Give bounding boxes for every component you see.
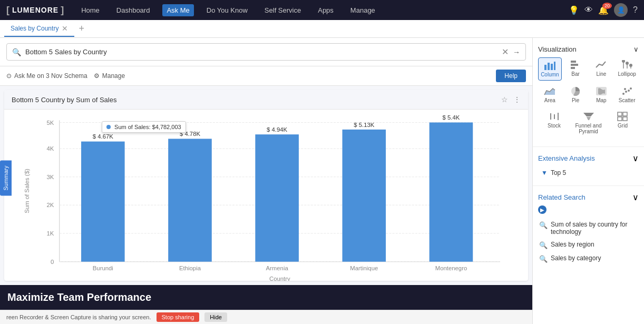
analysis-top5[interactable]: ▼ Top 5 (538, 166, 639, 179)
bar-chart: 0 1K 2K 3K 4K 5K Sum of Sales ($) (12, 115, 521, 281)
extensive-analysis-collapse-icon[interactable]: ∨ (632, 153, 639, 163)
related-item-0[interactable]: 🔍 Sum of sales by country for technology (538, 218, 639, 238)
bar-ethiopia[interactable] (168, 139, 212, 261)
search-clear-icon[interactable]: ✕ (502, 47, 509, 57)
viz-line-label: Line (596, 71, 606, 77)
search-arrow-icon[interactable]: → (513, 48, 520, 56)
nav-manage[interactable]: Manage (346, 4, 379, 16)
lightbulb-icon[interactable]: 💡 (569, 5, 579, 15)
viz-pie[interactable]: Pie (564, 84, 588, 106)
tab-add-button[interactable]: + (74, 23, 89, 34)
viz-funnel-pyramid[interactable]: Funnel and Pyramid (572, 109, 604, 137)
svg-rect-29 (554, 62, 555, 70)
svg-text:Burundi: Burundi (93, 265, 113, 271)
svg-point-38 (629, 64, 632, 67)
visualization-collapse-icon[interactable]: ∨ (633, 45, 639, 53)
hide-button[interactable]: Hide (204, 312, 227, 322)
stop-sharing-button[interactable]: Stop sharing (157, 312, 200, 322)
avatar[interactable]: 👤 (614, 3, 628, 17)
chart-header: Bottom 5 Country by Sum of Sales ☆ ⋮ (4, 90, 528, 110)
bar-armenia[interactable] (255, 134, 299, 262)
star-icon[interactable]: ☆ (501, 95, 508, 104)
manage-label: Manage (102, 72, 125, 80)
svg-text:Country: Country (269, 276, 290, 281)
svg-point-46 (624, 88, 626, 90)
related-search-icon-1: 🔍 (539, 241, 548, 249)
related-arrow-dot: ▶ (538, 205, 547, 214)
svg-point-42 (622, 93, 625, 95)
logo[interactable]: [ LUMENORE ] (6, 5, 64, 16)
logo-text: LUMENORE (12, 6, 58, 14)
summary-tab[interactable]: Summary (0, 161, 12, 196)
tab-sales-by-country[interactable]: Sales by Country ✕ (4, 21, 74, 37)
svg-point-34 (622, 60, 625, 63)
related-search-header[interactable]: Related Search ∨ (538, 192, 639, 202)
svg-text:4K: 4K (47, 145, 54, 152)
tab-close-icon[interactable]: ✕ (62, 24, 68, 33)
line-chart-icon (596, 60, 607, 70)
visualization-section: Visualization ∨ Column (533, 42, 644, 143)
viz-area-label: Area (544, 97, 555, 103)
svg-point-44 (628, 90, 630, 92)
viz-stock[interactable]: Stock (538, 109, 570, 137)
viz-area[interactable]: Area (538, 84, 562, 106)
manage-button[interactable]: ⚙ Manage (94, 72, 125, 80)
analysis-divider (533, 185, 644, 186)
viz-lollipop[interactable]: Lollipop (615, 57, 639, 81)
nav-self-service[interactable]: Self Service (260, 4, 305, 16)
nav-ask-me[interactable]: Ask Me (162, 4, 193, 16)
ask-me-bar: ⊙ Ask Me on 3 Nov Schema ⚙ Manage Help (0, 66, 532, 86)
help-button[interactable]: Help (496, 70, 526, 82)
search-bar: 🔍 Bottom 5 Sales by Country ✕ → (6, 43, 526, 61)
viz-bar[interactable]: Bar (564, 57, 588, 81)
svg-rect-61 (623, 117, 627, 121)
viz-stock-label: Stock (548, 123, 561, 129)
svg-marker-57 (587, 117, 591, 120)
related-search-collapse-icon[interactable]: ∨ (632, 192, 639, 202)
tab-label: Sales by Country (11, 25, 58, 32)
svg-rect-31 (571, 64, 578, 66)
related-search-section: Related Search ∨ ▶ 🔍 Sum of sales by cou… (533, 189, 644, 269)
grid-chart-icon (617, 112, 629, 121)
bar-martinique[interactable] (343, 130, 386, 262)
nav-dashboard[interactable]: Dashboard (112, 4, 154, 16)
extensive-analysis-header[interactable]: Extensive Analysis ∨ (538, 153, 639, 163)
svg-rect-32 (571, 67, 575, 69)
viz-grid-row3: Stock Funnel and Pyramid (538, 109, 639, 137)
summary-tab-label: Summary (3, 166, 9, 191)
ask-me-schema-icon: ⊙ (6, 72, 12, 80)
svg-text:$ 4.78K: $ 4.78K (180, 131, 201, 137)
analysis-top5-label: Top 5 (551, 169, 566, 176)
viz-map[interactable]: Map (590, 84, 613, 106)
viz-grid[interactable]: Grid (607, 109, 639, 137)
ask-me-schema-button[interactable]: ⊙ Ask Me on 3 Nov Schema (6, 72, 87, 80)
bottom-banner-text: Maximize Team Performance (7, 291, 151, 303)
ask-me-schema-label: Ask Me on 3 Nov Schema (14, 72, 87, 80)
nav-apps[interactable]: Apps (314, 4, 338, 16)
eye-icon[interactable]: 👁 (584, 5, 593, 15)
related-item-2-label: Sales by category (551, 254, 601, 262)
viz-scatter[interactable]: Scatter (615, 84, 639, 106)
bell-icon[interactable]: 🔔 20 (598, 5, 609, 15)
nav-do-you-know[interactable]: Do You Know (202, 4, 252, 16)
more-options-icon[interactable]: ⋮ (513, 95, 521, 104)
svg-point-45 (630, 87, 632, 90)
search-value[interactable]: Bottom 5 Sales by Country (25, 48, 502, 56)
funnel-pyramid-icon (583, 112, 594, 121)
left-panel: 🔍 Bottom 5 Sales by Country ✕ → ⊙ Ask Me… (0, 38, 532, 324)
main-layout: 🔍 Bottom 5 Sales by Country ✕ → ⊙ Ask Me… (0, 38, 644, 324)
chart-title: Bottom 5 Country by Sum of Sales (12, 96, 501, 104)
viz-column[interactable]: Column (538, 57, 562, 81)
svg-text:Martinique: Martinique (350, 265, 378, 271)
screen-recording-bar: reen Recorder & Screen Capture is sharin… (0, 310, 532, 324)
help-icon[interactable]: ? (633, 5, 638, 15)
svg-rect-58 (618, 112, 622, 116)
map-chart-icon (596, 86, 607, 96)
related-item-2[interactable]: 🔍 Sales by category (538, 252, 639, 266)
bar-montenegro[interactable] (430, 122, 473, 261)
viz-column-label: Column (541, 72, 559, 77)
nav-home[interactable]: Home (77, 4, 104, 16)
related-item-1[interactable]: 🔍 Sales by region (538, 238, 639, 252)
viz-line[interactable]: Line (590, 57, 613, 81)
bar-burundi[interactable] (81, 142, 125, 262)
